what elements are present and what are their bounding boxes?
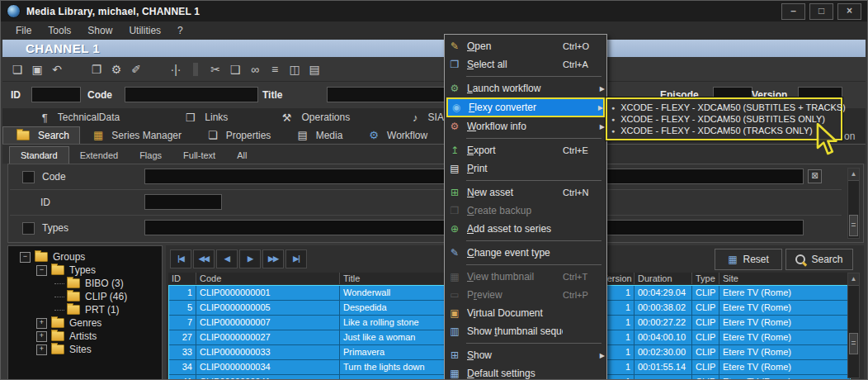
copy-icon[interactable]: ❐ [87,61,106,78]
document-preview-icon[interactable]: ◫ [285,61,304,78]
gear-icon[interactable]: ⚙ [106,61,126,78]
prev-button[interactable]: ◀ [216,249,238,268]
tab-series-manager[interactable]: ▦ Series Manager [80,126,195,144]
subtab-extended[interactable]: Extended [69,147,129,164]
menu-item-flexy-converter[interactable]: ◉ Flexy converter ▶ [446,97,605,117]
menu-utilities[interactable]: Utilities [120,23,169,38]
col-id[interactable]: ID [168,273,196,284]
tab-properties[interactable]: ❏ Properties [195,126,284,144]
menu-tools[interactable]: Tools [40,23,79,38]
tree-item-types[interactable]: − Types [8,264,162,277]
expand-icon[interactable]: + [36,318,47,329]
first-page-button[interactable]: |◀ [170,249,191,268]
menu-item-change-event-type[interactable]: ✎ Change event type [446,244,605,262]
table-scrollbar[interactable]: ▲ = [847,273,860,378]
adjust-icon[interactable]: ·|· [166,61,186,78]
tree-item-bibo[interactable]: BIBO (3) [8,277,162,290]
subtab-fulltext[interactable]: Full-text [172,147,226,164]
table-scrollbar-thumb[interactable]: = [849,333,858,354]
tab-links[interactable]: ❒ Links [159,112,254,124]
fast-forward-button[interactable]: ▶▶ [262,249,284,268]
tab-search[interactable]: Search [2,126,80,144]
subtab-standard[interactable]: Standard [9,146,69,164]
clear-code-button[interactable]: ⊠ [808,169,822,183]
tree-item-clip[interactable]: CLIP (46) [8,290,162,303]
tab-workflow[interactable]: ⚙ Workflow [356,126,441,144]
folder-icon [67,305,80,315]
tree-item-groups[interactable]: − Groups [8,250,162,264]
menu-item-preview[interactable]: ▭ Preview Ctrl+P [446,286,605,304]
next-button[interactable]: ▶ [239,249,261,268]
script-icon[interactable]: ▤ [304,61,324,78]
subtab-flags[interactable]: Flags [129,147,172,164]
collapse-icon[interactable]: − [36,265,47,276]
expand-icon[interactable]: + [36,331,47,342]
last-page-button[interactable]: ▶| [285,249,307,268]
reset-button[interactable]: ▦ Reset [715,249,782,270]
menu-item-create-backup[interactable]: ❐ Create backup [446,202,605,220]
tab-media[interactable]: ▤ Media [284,126,356,144]
tree-item-prt[interactable]: PRT (1) [8,303,162,316]
menu-item-show[interactable]: ⊞ Show ▶ [446,346,605,364]
partial-hidden-tab-label[interactable]: on [844,131,855,142]
col-type[interactable]: Type [692,273,719,284]
copy-to-icon[interactable]: ❑ [225,61,245,78]
tree-item-sites[interactable]: + Sites [8,343,162,356]
menu-item-add-asset-to-series[interactable]: ⊕ Add asset to series [446,220,605,238]
undo-icon[interactable]: ↶ [47,61,67,78]
menu-item-default-settings[interactable]: ▦ Default settings [446,364,605,380]
cell-type: CLIP [692,301,719,315]
form-scrollbar[interactable]: ▲ = [847,168,860,239]
search-button[interactable]: Search [785,249,853,270]
binoculars-icon[interactable]: ∞ [245,61,265,78]
menu-show[interactable]: Show [79,23,120,38]
col-code[interactable]: Code [196,273,340,284]
scroll-up-icon[interactable]: ▲ [848,169,859,181]
tree-item-genres[interactable]: + Genres [8,316,162,330]
minimize-button[interactable]: – [781,3,805,20]
menu-item-workflow-info[interactable]: ⚙ Workflow info ▶ [446,117,605,135]
types-checkbox[interactable] [22,222,35,235]
menu-item-view-thumbnail[interactable]: ▦ View thumbnail Ctrl+T [446,268,605,286]
edit-wand-icon[interactable]: ✐ [126,61,146,78]
submenu-item-xdcam50-tracks-only[interactable]: ● XCODE - FLEXY - XDCAM50 (TRACKS ONLY) [611,125,837,136]
menu-item-open[interactable]: ✎ Open Ctrl+O [446,37,605,55]
fast-back-button[interactable]: ◀◀ [193,249,215,268]
code-checkbox[interactable] [22,171,35,183]
menu-item-select-all[interactable]: ❐ Select all Ctrl+A [446,55,605,74]
scroll-up-icon[interactable]: ▲ [848,273,859,286]
new-asset-icon: ⊞ [446,187,463,198]
save-icon[interactable]: ▣ [27,61,47,78]
code-field[interactable] [125,87,258,102]
tree-item-artists[interactable]: + Artists [8,330,162,343]
collapse-icon[interactable]: − [20,252,31,263]
col-site[interactable]: Site [719,273,851,284]
maximize-button[interactable]: □ [809,3,833,20]
menu-separator [466,76,601,77]
subtab-all[interactable]: All [226,147,257,164]
menu-help[interactable]: ? [169,23,191,38]
tab-series-manager-label: Series Manager [111,130,182,141]
expand-icon[interactable]: + [36,344,47,355]
form-id-input[interactable] [144,194,222,210]
menu-item-label: Add asset to series [467,223,563,235]
menu-item-export[interactable]: ↥ Export Ctrl+E [446,141,605,159]
filmstrip-icon[interactable] [186,61,205,78]
new-document-icon[interactable]: ❏ [7,61,27,78]
submenu-item-xdcam50-subtitles-only[interactable]: ● XCODE - FLEXY - XDCAM50 (SUBTITLES ONL… [611,113,837,125]
tab-technicaldata[interactable]: ¶ TechnicalData [2,112,159,124]
form-scrollbar-thumb[interactable]: = [849,215,858,236]
close-button[interactable]: × [837,3,861,20]
film-cut-icon[interactable]: ✂ [205,61,225,78]
tab-operations[interactable]: ⚒ Operations [254,112,378,124]
col-duration[interactable]: Duration [634,273,692,284]
stack-icon[interactable]: ≡ [265,61,285,78]
id-field[interactable] [31,87,81,102]
menu-item-new-asset[interactable]: ⊞ New asset Ctrl+N [446,183,605,202]
menu-item-launch-workflow[interactable]: ⚙ Launch workflow ▶ [446,79,605,97]
menu-item-show-thumbnail-sequence[interactable]: ▥ Show thumbnail sequence [446,322,605,340]
menu-item-print[interactable]: ▤ Print [446,159,605,178]
submenu-item-xdcam50-subtitles-tracks[interactable]: ● XCODE - FLEXY - XDCAM50 (SUBTITLES + T… [611,102,837,113]
menu-item-virtual-document[interactable]: ▣ Virtual Document [446,304,605,322]
menu-file[interactable]: File [7,23,40,38]
